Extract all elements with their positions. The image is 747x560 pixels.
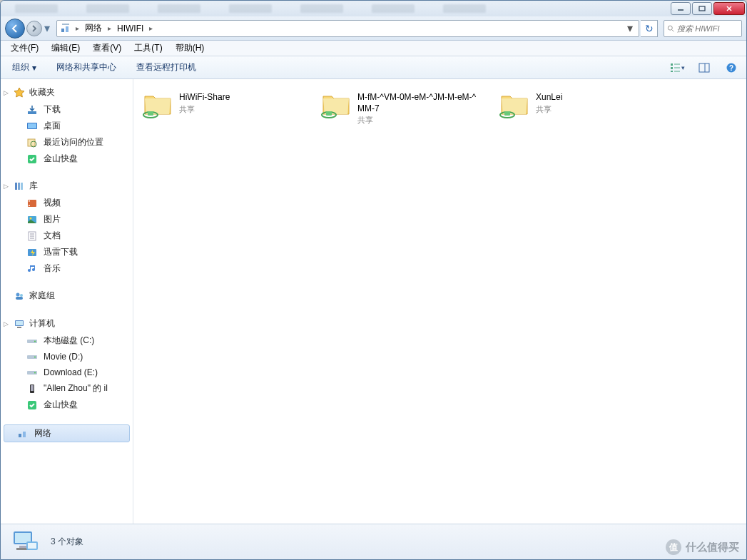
explorer-window: ▾ ▸ 网络 ▸ HIWIFI ▸ ▾ ↻ 文件(F) 编辑(E) 查看(V) … bbox=[0, 0, 747, 560]
svg-rect-40 bbox=[16, 297, 23, 300]
titlebar-tabs bbox=[1, 4, 669, 13]
sidebar-item-thunder[interactable]: 迅雷下载 bbox=[1, 244, 133, 260]
collapse-icon: ▷ bbox=[4, 89, 9, 96]
sidebar-label: 收藏夹 bbox=[29, 86, 55, 98]
sidebar-header-homegroup[interactable]: 家庭组 bbox=[1, 288, 133, 305]
sidebar-item-device[interactable]: "Allen Zhou" 的 il bbox=[1, 380, 133, 397]
picture-icon bbox=[26, 214, 38, 225]
sidebar-header-favorites[interactable]: ▷ 收藏夹 bbox=[1, 85, 133, 101]
download-icon bbox=[26, 104, 38, 116]
svg-rect-10 bbox=[671, 67, 673, 69]
address-dropdown[interactable]: ▾ bbox=[624, 21, 636, 35]
svg-rect-26 bbox=[18, 183, 20, 190]
svg-text:?: ? bbox=[729, 64, 733, 72]
svg-rect-19 bbox=[28, 111, 36, 114]
view-printers-button[interactable]: 查看远程打印机 bbox=[131, 58, 202, 76]
folder-subtitle: 共享 bbox=[179, 104, 230, 114]
folder-text: HiWiFi-Share 共享 bbox=[179, 91, 230, 114]
svg-rect-42 bbox=[16, 321, 23, 325]
folder-item[interactable]: M-fM-^VM-0M-eM-^JM-M-eM-^MM-7 共享 bbox=[317, 88, 482, 128]
body: ▷ 收藏夹 下载 桌面 最近访问的位置 金山快盘 ▷ 库 视频 图片 文档 迅雷… bbox=[1, 79, 746, 524]
video-icon bbox=[26, 198, 38, 209]
sidebar-item-videos[interactable]: 视频 bbox=[1, 195, 133, 211]
menu-edit[interactable]: 编辑(E) bbox=[46, 41, 86, 56]
history-dropdown[interactable]: ▾ bbox=[42, 21, 52, 36]
search-input[interactable] bbox=[677, 24, 738, 33]
svg-rect-58 bbox=[326, 111, 332, 116]
forward-button[interactable] bbox=[26, 21, 42, 36]
folder-item[interactable]: HiWiFi-Share 共享 bbox=[139, 88, 303, 128]
network-center-button[interactable]: 网络和共享中心 bbox=[51, 58, 122, 76]
sidebar-item-kanbox[interactable]: 金山快盘 bbox=[1, 151, 133, 167]
organize-button[interactable]: 组织 ▾ bbox=[6, 58, 42, 76]
menu-tools[interactable]: 工具(T) bbox=[128, 41, 168, 56]
sidebar-header-network[interactable]: 网络 bbox=[4, 424, 130, 442]
sidebar-item-kanbox2[interactable]: 金山快盘 bbox=[1, 397, 133, 413]
menu-help[interactable]: 帮助(H) bbox=[170, 41, 210, 56]
svg-point-45 bbox=[34, 340, 36, 342]
svg-rect-4 bbox=[61, 29, 64, 32]
menu-file[interactable]: 文件(F) bbox=[5, 41, 44, 56]
sidebar-item-drive-e[interactable]: Download (E:) bbox=[1, 365, 133, 380]
drive-icon bbox=[26, 351, 38, 362]
menubar: 文件(F) 编辑(E) 查看(V) 工具(T) 帮助(H) bbox=[1, 41, 746, 56]
folder-subtitle: 共享 bbox=[357, 115, 479, 125]
svg-point-39 bbox=[20, 294, 23, 297]
homegroup-icon bbox=[14, 290, 25, 302]
svg-line-8 bbox=[672, 29, 674, 31]
svg-rect-1 bbox=[699, 6, 705, 11]
menu-view[interactable]: 查看(V) bbox=[87, 41, 127, 56]
svg-rect-54 bbox=[23, 432, 26, 437]
sidebar-header-computer[interactable]: ▷ 计算机 bbox=[1, 316, 133, 332]
svg-rect-43 bbox=[17, 327, 21, 328]
statusbar: 3 个对象 bbox=[1, 524, 746, 559]
libraries-icon bbox=[14, 180, 25, 192]
svg-point-7 bbox=[668, 26, 672, 30]
sidebar-label: 网络 bbox=[34, 427, 51, 439]
folder-name: XunLei bbox=[536, 92, 562, 103]
toolbar: 组织 ▾ 网络和共享中心 查看远程打印机 ▾ ? bbox=[1, 56, 746, 79]
sidebar-item-downloads[interactable]: 下载 bbox=[1, 101, 133, 118]
sidebar-homegroup: 家庭组 bbox=[1, 288, 133, 305]
minimize-button[interactable] bbox=[671, 2, 691, 15]
titlebar bbox=[1, 1, 746, 16]
back-button[interactable] bbox=[5, 19, 25, 39]
svg-rect-63 bbox=[19, 546, 26, 548]
folder-text: M-fM-^VM-0M-eM-^JM-M-eM-^MM-7 共享 bbox=[357, 91, 479, 125]
sidebar-item-desktop[interactable]: 桌面 bbox=[1, 118, 133, 134]
breadcrumb-item[interactable]: 网络 bbox=[83, 21, 103, 36]
svg-rect-25 bbox=[15, 183, 17, 190]
folder-subtitle: 共享 bbox=[536, 104, 562, 114]
chevron-right-icon[interactable]: ▸ bbox=[76, 24, 79, 32]
refresh-button[interactable]: ↻ bbox=[641, 20, 658, 37]
address-bar[interactable]: ▸ 网络 ▸ HIWIFI ▸ ▾ bbox=[56, 20, 639, 37]
svg-rect-27 bbox=[21, 183, 23, 190]
folder-item[interactable]: XunLei 共享 bbox=[496, 88, 660, 128]
preview-pane-button[interactable] bbox=[695, 60, 713, 76]
chevron-right-icon[interactable]: ▸ bbox=[108, 24, 111, 32]
breadcrumb-item[interactable]: HIWIFI bbox=[116, 22, 145, 35]
close-button[interactable] bbox=[713, 2, 745, 15]
sidebar-item-drive-c[interactable]: 本地磁盘 (C:) bbox=[1, 332, 133, 349]
sidebar-item-pictures[interactable]: 图片 bbox=[1, 211, 133, 228]
shared-folder-icon bbox=[142, 91, 173, 119]
svg-rect-11 bbox=[671, 71, 673, 72]
svg-rect-30 bbox=[29, 205, 30, 206]
sidebar-item-music[interactable]: 音乐 bbox=[1, 260, 133, 277]
help-button[interactable]: ? bbox=[722, 60, 741, 76]
svg-point-38 bbox=[16, 292, 20, 296]
chevron-right-icon[interactable]: ▸ bbox=[149, 24, 153, 32]
folder-name: HiWiFi-Share bbox=[179, 92, 230, 103]
sidebar-item-drive-d[interactable]: Movie (D:) bbox=[1, 349, 133, 365]
maximize-button[interactable] bbox=[692, 2, 712, 15]
sidebar-header-libraries[interactable]: ▷ 库 bbox=[1, 178, 133, 195]
svg-rect-9 bbox=[671, 63, 673, 66]
sidebar-item-documents[interactable]: 文档 bbox=[1, 228, 133, 244]
network-icon bbox=[60, 23, 71, 34]
content-pane[interactable]: HiWiFi-Share 共享 M-fM-^VM-0M-eM-^JM-M-eM-… bbox=[133, 79, 746, 524]
network-icon bbox=[17, 428, 29, 439]
sidebar-item-recent[interactable]: 最近访问的位置 bbox=[1, 134, 133, 151]
view-mode-button[interactable]: ▾ bbox=[668, 60, 686, 76]
search-box[interactable] bbox=[664, 20, 742, 37]
status-text: 3 个对象 bbox=[51, 536, 83, 548]
